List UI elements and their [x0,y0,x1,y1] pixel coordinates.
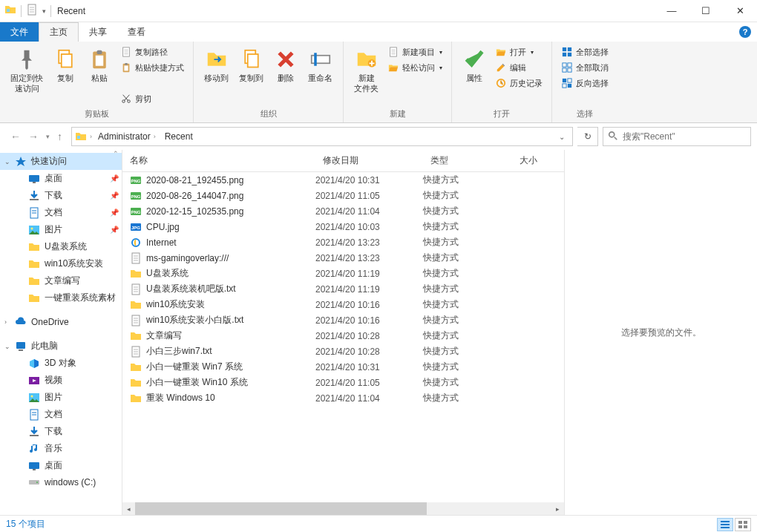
qat-doc-icon[interactable] [26,4,38,18]
address-bar[interactable]: › Administrator› Recent ⌄ [71,127,573,146]
open-button[interactable]: 打开▾ [492,45,545,59]
tab-share[interactable]: 共享 [79,22,117,42]
sidebar-item[interactable]: 下载📌 [0,187,122,204]
delete-button[interactable]: 删除 [269,45,302,86]
sidebar-item[interactable]: 3D 对象 [0,355,122,372]
addr-folder-icon [75,131,87,142]
file-row[interactable]: U盘装系统2021/4/20 11:19快捷方式 [122,266,564,281]
select-none-button[interactable]: 全部取消 [558,60,612,75]
sidebar-item[interactable]: 图片 [0,389,122,406]
nav-up-button[interactable]: ↑ [57,131,62,142]
col-date[interactable]: 修改日期 [315,150,423,171]
invert-selection-button[interactable]: 反向选择 [558,76,612,91]
col-type[interactable]: 类型 [423,150,512,171]
sidebar-item[interactable]: U盘装系统 [0,238,122,255]
pin-icon: 📌 [110,226,119,234]
sidebar-item[interactable]: 桌面 [0,457,122,474]
file-row[interactable]: 小白一键重装 Win7 系统2021/4/20 10:31快捷方式 [122,359,564,375]
tab-view[interactable]: 查看 [117,22,156,42]
ribbon-collapse-icon[interactable]: ゝ [724,27,732,38]
column-headers[interactable]: 名称 修改日期 类型 大小 [122,150,564,172]
copy-path-button[interactable]: 复制路径 [117,45,187,59]
scroll-left-button[interactable]: ◂ [122,502,135,515]
refresh-button[interactable]: ↻ [577,127,598,146]
moveto-button[interactable]: 移动到 [200,45,233,86]
nav-recent-dropdown[interactable]: ▾ [46,133,50,140]
new-folder-button[interactable]: 新建 文件夹 [350,45,383,97]
ie-icon [130,237,142,249]
easy-access-button[interactable]: 轻松访问▾ [384,60,445,75]
copy-button[interactable]: 复制 [49,45,82,86]
file-row[interactable]: 2020-08-26_144047.png2021/4/20 11:05快捷方式 [122,188,564,203]
paste-shortcut-button[interactable]: 粘贴快捷方式 [117,60,187,75]
file-row[interactable]: 小白三步win7.txt2021/4/20 10:28快捷方式 [122,344,564,359]
sidebar-quick-access[interactable]: ⌄ 快速访问 [0,153,122,170]
copyto-button[interactable]: 复制到 [235,45,268,86]
view-thumbnails-button[interactable] [735,518,751,531]
file-row[interactable]: 重装 Windows 102021/4/20 11:04快捷方式 [122,390,564,406]
minimize-button[interactable]: ― [655,0,689,22]
sidebar-onedrive[interactable]: › OneDrive [0,314,122,330]
sidebar-item[interactable]: 一键重装系统素材 [0,289,122,306]
selnone-icon [561,62,573,73]
help-icon[interactable]: ? [739,26,751,38]
titlebar: ▾ Recent ― ☐ ✕ [0,0,757,22]
sidebar-item[interactable]: 桌面📌 [0,170,122,187]
file-list[interactable]: 2020-08-21_192455.png2021/4/20 10:31快捷方式… [122,172,564,502]
col-name[interactable]: 名称 [122,150,315,171]
file-row[interactable]: 文章编写2021/4/20 10:28快捷方式 [122,328,564,344]
sidebar-this-pc[interactable]: ⌄ 此电脑 [0,338,122,355]
selall-icon [561,46,573,58]
close-button[interactable]: ✕ [723,0,757,22]
file-row[interactable]: 小白一键重装 Win10 系统2021/4/20 11:05快捷方式 [122,375,564,390]
properties-button[interactable]: 属性 [458,45,491,86]
addr-history-dropdown[interactable]: ⌄ [554,133,569,141]
breadcrumb-0[interactable]: Administrator› [95,131,159,142]
sidebar-item[interactable]: win10系统安装 [0,255,122,272]
file-row[interactable]: win10系统安装2021/4/20 10:16快捷方式 [122,297,564,312]
sidebar-item[interactable]: 文档📌 [0,204,122,221]
pin-icon: 📌 [110,191,119,200]
history-button[interactable]: 历史记录 [492,76,545,91]
qat-dropdown-icon[interactable]: ▾ [42,7,46,15]
sidebar-item[interactable]: 文章编写 [0,272,122,289]
horizontal-scrollbar[interactable]: ◂ ▸ [122,502,564,515]
maximize-button[interactable]: ☐ [689,0,723,22]
file-row[interactable]: ms-gamingoverlay:///2021/4/20 13:23快捷方式 [122,250,564,266]
sidebar[interactable]: ⌃ ⌄ 快速访问 桌面📌下载📌文档📌图片📌 U盘装系统win10系统安装文章编写… [0,150,122,515]
sidebar-item[interactable]: windows (C:) [0,474,122,490]
new-item-button[interactable]: 新建项目▾ [384,45,445,59]
edit-button[interactable]: 编辑 [492,60,545,75]
file-row[interactable]: win10系统安装小白版.txt2021/4/20 10:16快捷方式 [122,312,564,328]
file-row[interactable]: 2020-12-15_102535.png2021/4/20 11:04快捷方式 [122,203,564,219]
file-row[interactable]: CPU.jpg2021/4/20 10:03快捷方式 [122,219,564,234]
navbar: ← → ▾ ↑ › Administrator› Recent ⌄ ↻ [0,123,757,150]
sidebar-item[interactable]: 文档 [0,406,122,423]
cut-button[interactable]: 剪切 [117,91,187,106]
txt-icon [130,283,142,295]
sidebar-item[interactable]: 音乐 [0,440,122,457]
search-box[interactable] [603,127,751,146]
sidebar-item[interactable]: 视频 [0,372,122,389]
select-all-button[interactable]: 全部选择 [558,45,612,59]
nav-forward-button[interactable]: → [28,131,39,142]
breadcrumb-1[interactable]: Recent [162,131,196,142]
paste-button[interactable]: 粘贴 [83,45,116,86]
col-size[interactable]: 大小 [512,150,564,171]
file-row[interactable]: Internet2021/4/20 13:23快捷方式 [122,234,564,250]
file-row[interactable]: U盘装系统装机吧版.txt2021/4/20 11:19快捷方式 [122,281,564,297]
scroll-right-button[interactable]: ▸ [551,502,564,515]
search-input[interactable] [623,131,746,142]
file-row[interactable]: 2020-08-21_192455.png2021/4/20 10:31快捷方式 [122,172,564,188]
sidebar-item[interactable]: 图片📌 [0,221,122,238]
tab-home[interactable]: 主页 [39,22,79,42]
pin-quickaccess-button[interactable]: 固定到快 速访问 [6,45,47,97]
rename-button[interactable]: 重命名 [304,45,337,86]
copyto-icon [240,47,263,71]
onedrive-icon [15,316,27,328]
view-details-button[interactable] [717,518,733,531]
sidebar-item[interactable]: 下载 [0,423,122,440]
tab-file[interactable]: 文件 [0,22,39,42]
scroll-thumb[interactable] [135,502,427,515]
nav-back-button[interactable]: ← [10,131,21,142]
